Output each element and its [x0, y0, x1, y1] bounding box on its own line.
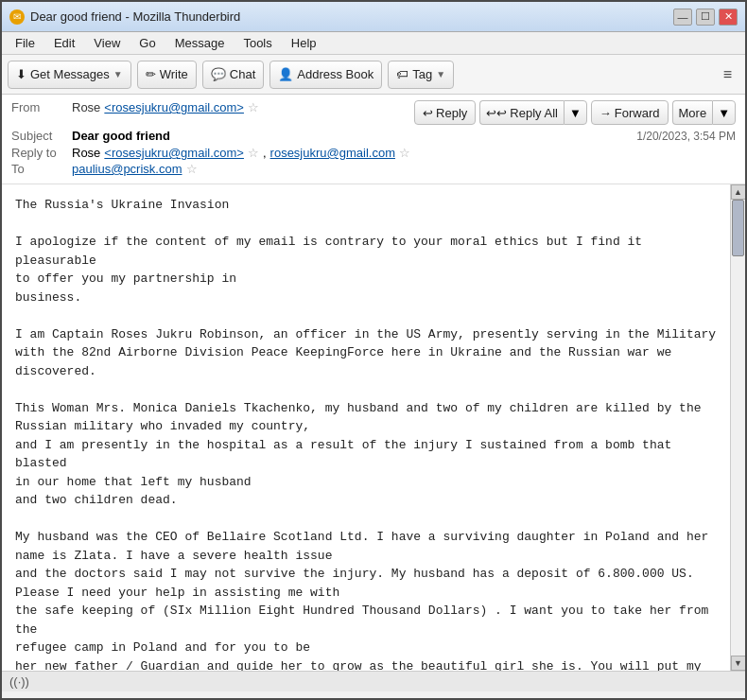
email-body-container: The Russia's Ukraine Invasion I apologiz… [2, 184, 745, 671]
window-title: Dear good friend - Mozilla Thunderbird [30, 9, 673, 24]
reply-all-dropdown-icon: ▼ [569, 106, 582, 120]
to-row: To paulius@pcrisk.com ☆ [11, 162, 736, 176]
more-button[interactable]: More [672, 100, 713, 125]
tag-dropdown-icon[interactable]: ▼ [436, 69, 445, 79]
subject-row: Subject Dear good friend 1/20/2023, 3:54… [11, 129, 736, 143]
from-star-icon[interactable]: ☆ [248, 100, 259, 114]
menu-tools[interactable]: Tools [235, 34, 279, 52]
chat-button[interactable]: 💬 Chat [202, 61, 264, 89]
menu-help[interactable]: Help [284, 34, 324, 52]
menu-view[interactable]: View [86, 34, 128, 52]
from-label: From [11, 100, 68, 114]
email-header: From Rose <rosesjukru@gmail.com> ☆ ↩ Rep… [2, 95, 745, 184]
reply-all-button[interactable]: ↩↩ Reply All [479, 100, 564, 125]
tag-icon: 🏷 [396, 67, 408, 81]
more-dropdown-icon: ▼ [718, 106, 730, 120]
menu-file[interactable]: File [8, 34, 43, 52]
write-icon: ✏ [146, 67, 156, 81]
reply-to-row: Reply to Rose <rosesjukru@gmail.com> ☆ ,… [11, 146, 736, 160]
more-split-button: More ▼ [672, 100, 737, 125]
reply-to-star-icon[interactable]: ☆ [248, 146, 259, 160]
scrollbar-up-button[interactable]: ▲ [731, 184, 746, 200]
forward-icon: → [599, 106, 612, 120]
menu-go[interactable]: Go [131, 34, 163, 52]
menu-message[interactable]: Message [167, 34, 233, 52]
to-label: To [11, 162, 68, 176]
reply-icon: ↩ [423, 106, 433, 120]
header-top-row: From Rose <rosesjukru@gmail.com> ☆ ↩ Rep… [11, 100, 736, 125]
address-book-button[interactable]: 👤 Address Book [269, 61, 382, 89]
reply-all-icon: ↩↩ [486, 106, 507, 120]
tag-button[interactable]: 🏷 Tag ▼ [388, 61, 454, 89]
chat-label: Chat [230, 67, 255, 81]
toolbar: ⬇ Get Messages ▼ ✏ Write 💬 Chat 👤 Addres… [2, 55, 745, 95]
title-bar: ✉ Dear good friend - Mozilla Thunderbird… [2, 2, 745, 32]
reply-to-name: Rose [72, 146, 100, 160]
email-action-buttons: ↩ Reply ↩↩ Reply All ▼ → Forward More [414, 100, 736, 125]
scrollbar-thumb[interactable] [732, 200, 744, 256]
from-row: From Rose <rosesjukru@gmail.com> ☆ [11, 100, 259, 114]
hamburger-menu-icon[interactable]: ≡ [716, 62, 739, 87]
forward-button[interactable]: → Forward [591, 100, 669, 125]
address-book-label: Address Book [297, 67, 374, 81]
get-messages-button[interactable]: ⬇ Get Messages ▼ [8, 61, 131, 89]
close-button[interactable]: ✕ [719, 9, 738, 26]
tag-label: Tag [412, 67, 432, 81]
reply-to-separator: , [263, 146, 267, 160]
scrollbar-track[interactable] [731, 200, 745, 656]
get-messages-dropdown-icon[interactable]: ▼ [113, 69, 123, 79]
reply-all-label: Reply All [510, 106, 558, 120]
to-star-icon[interactable]: ☆ [186, 162, 198, 176]
forward-label: Forward [615, 106, 660, 120]
reply-all-split-button: ↩↩ Reply All ▼ [479, 100, 586, 125]
menu-bar: File Edit View Go Message Tools Help [2, 32, 745, 55]
email-body-text: The Russia's Ukraine Invasion I apologiz… [15, 196, 717, 671]
reply-to-label: Reply to [11, 146, 68, 160]
wifi-icon: ((·)) [9, 674, 29, 689]
to-email[interactable]: paulius@pcrisk.com [72, 162, 182, 176]
menu-edit[interactable]: Edit [46, 34, 82, 52]
address-book-icon: 👤 [278, 67, 293, 81]
email-body: The Russia's Ukraine Invasion I apologiz… [2, 184, 730, 671]
reply-label: Reply [436, 106, 467, 120]
more-label: More [679, 106, 707, 120]
write-button[interactable]: ✏ Write [137, 61, 197, 89]
sender-name: Rose [72, 100, 100, 114]
subject-value: Dear good friend [72, 129, 170, 143]
maximize-button[interactable]: ☐ [696, 9, 715, 26]
get-messages-icon: ⬇ [16, 67, 26, 81]
subject-label: Subject [11, 129, 68, 143]
status-bar: ((·)) [2, 671, 745, 691]
chat-icon: 💬 [211, 67, 226, 81]
app-icon: ✉ [9, 9, 25, 25]
scrollbar-down-button[interactable]: ▼ [731, 656, 746, 671]
reply-button[interactable]: ↩ Reply [414, 100, 476, 125]
email-timestamp: 1/20/2023, 3:54 PM [636, 130, 736, 143]
minimize-button[interactable]: — [673, 9, 692, 26]
reply-to-star-icon-2[interactable]: ☆ [399, 146, 410, 160]
scrollbar[interactable]: ▲ ▼ [730, 184, 745, 671]
reply-to-email[interactable]: <rosesjukru@gmail.com> [104, 146, 244, 160]
reply-to-email2[interactable]: rosesjukru@gmail.com [270, 146, 395, 160]
write-label: Write [160, 67, 188, 81]
window-controls: — ☐ ✕ [673, 9, 738, 26]
reply-all-dropdown[interactable]: ▼ [564, 100, 587, 125]
get-messages-label: Get Messages [30, 67, 110, 81]
sender-email[interactable]: <rosesjukru@gmail.com> [104, 100, 244, 114]
more-dropdown[interactable]: ▼ [712, 100, 736, 125]
